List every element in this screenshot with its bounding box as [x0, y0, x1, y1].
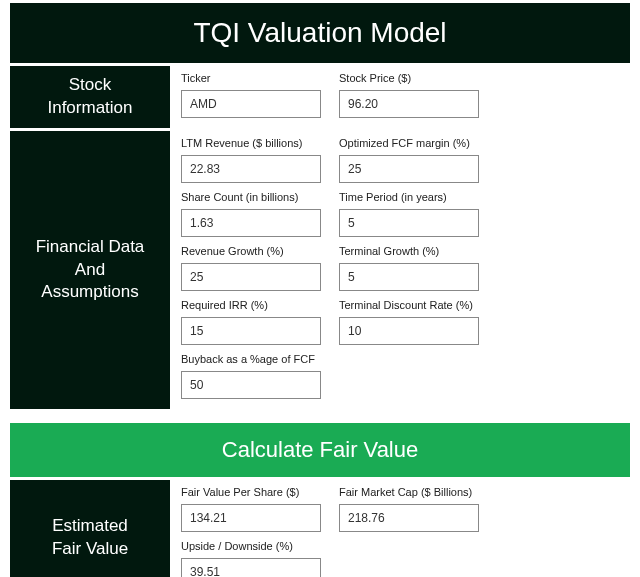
terminal-growth-input[interactable]: 5	[339, 263, 479, 291]
time-period-label: Time Period (in years)	[339, 191, 479, 203]
ticker-label: Ticker	[181, 72, 321, 84]
ltm-revenue-label: LTM Revenue ($ billions)	[181, 137, 321, 149]
revenue-growth-input[interactable]: 25	[181, 263, 321, 291]
time-period-input[interactable]: 5	[339, 209, 479, 237]
fv-share-output: 134.21	[181, 504, 321, 532]
terminal-growth-label: Terminal Growth (%)	[339, 245, 479, 257]
fv-mcap-label: Fair Market Cap ($ Billions)	[339, 486, 479, 498]
stock-price-label: Stock Price ($)	[339, 72, 479, 84]
revenue-growth-label: Revenue Growth (%)	[181, 245, 321, 257]
upside-output: 39.51	[181, 558, 321, 577]
fcf-margin-label: Optimized FCF margin (%)	[339, 137, 479, 149]
ticker-input[interactable]: AMD	[181, 90, 321, 118]
stock-price-input[interactable]: 96.20	[339, 90, 479, 118]
calculate-button[interactable]: Calculate Fair Value	[10, 423, 630, 477]
share-count-label: Share Count (in billions)	[181, 191, 321, 203]
upside-label: Upside / Downside (%)	[181, 540, 321, 552]
section-label-financial: Financial DataAndAssumptions	[10, 131, 170, 409]
section-label-estimated: EstimatedFair Value	[10, 480, 170, 577]
buyback-input[interactable]: 50	[181, 371, 321, 399]
section-estimated-fair-value: EstimatedFair Value Fair Value Per Share…	[10, 480, 630, 577]
terminal-discount-input[interactable]: 10	[339, 317, 479, 345]
section-financial-data: Financial DataAndAssumptions LTM Revenue…	[10, 131, 630, 409]
required-irr-input[interactable]: 15	[181, 317, 321, 345]
section-label-stock: StockInformation	[10, 66, 170, 128]
share-count-input[interactable]: 1.63	[181, 209, 321, 237]
fv-mcap-output: 218.76	[339, 504, 479, 532]
section-stock-information: StockInformation Ticker AMD Stock Price …	[10, 66, 630, 128]
ltm-revenue-input[interactable]: 22.83	[181, 155, 321, 183]
terminal-discount-label: Terminal Discount Rate (%)	[339, 299, 479, 311]
fcf-margin-input[interactable]: 25	[339, 155, 479, 183]
required-irr-label: Required IRR (%)	[181, 299, 321, 311]
fv-share-label: Fair Value Per Share ($)	[181, 486, 321, 498]
buyback-label: Buyback as a %age of FCF	[181, 353, 321, 365]
page-title: TQI Valuation Model	[10, 3, 630, 63]
